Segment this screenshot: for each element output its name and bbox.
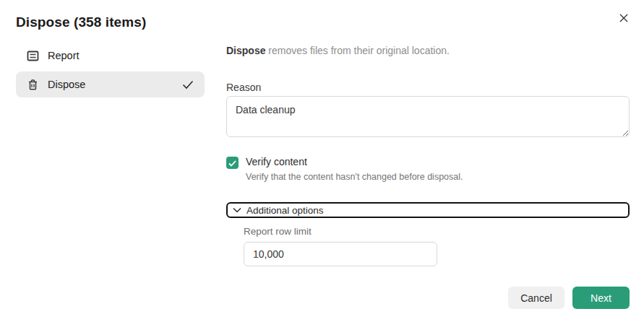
- sidebar-item-dispose[interactable]: Dispose: [16, 71, 205, 97]
- sidebar-item-label: Report: [48, 50, 80, 61]
- verify-content-label[interactable]: Verify content: [246, 156, 463, 167]
- checkmark-icon: [182, 80, 194, 90]
- verify-content-subtitle: Verify that the content hasn't changed b…: [246, 172, 463, 182]
- reason-label: Reason: [226, 82, 261, 93]
- trash-icon: [27, 79, 39, 91]
- dialog-sidebar: Report Dispose: [16, 43, 205, 100]
- chevron-down-icon: [232, 205, 242, 215]
- check-icon: [228, 157, 236, 170]
- next-button[interactable]: Next: [572, 287, 630, 309]
- close-button[interactable]: [617, 12, 631, 26]
- cancel-button[interactable]: Cancel: [508, 287, 564, 309]
- reason-textarea[interactable]: Data cleanup: [226, 96, 630, 137]
- additional-options-label: Additional options: [246, 205, 324, 216]
- additional-options-toggle[interactable]: Additional options: [226, 202, 630, 218]
- close-icon: [619, 13, 629, 25]
- report-row-limit-label: Report row limit: [244, 226, 312, 237]
- dispose-dialog: Dispose (358 items) Report: [0, 0, 644, 327]
- dialog-title: Dispose (358 items): [16, 14, 146, 30]
- step-description-rest: removes files from their original locati…: [265, 45, 449, 56]
- sidebar-item-report[interactable]: Report: [16, 43, 205, 69]
- report-icon: [27, 50, 39, 62]
- step-description: Dispose removes files from their origina…: [226, 45, 450, 56]
- verify-content-row: Verify content Verify that the content h…: [226, 156, 463, 182]
- sidebar-item-label: Dispose: [48, 79, 85, 90]
- report-row-limit-input[interactable]: [244, 242, 437, 266]
- verify-content-checkbox[interactable]: [226, 157, 239, 169]
- step-description-bold: Dispose: [226, 45, 265, 56]
